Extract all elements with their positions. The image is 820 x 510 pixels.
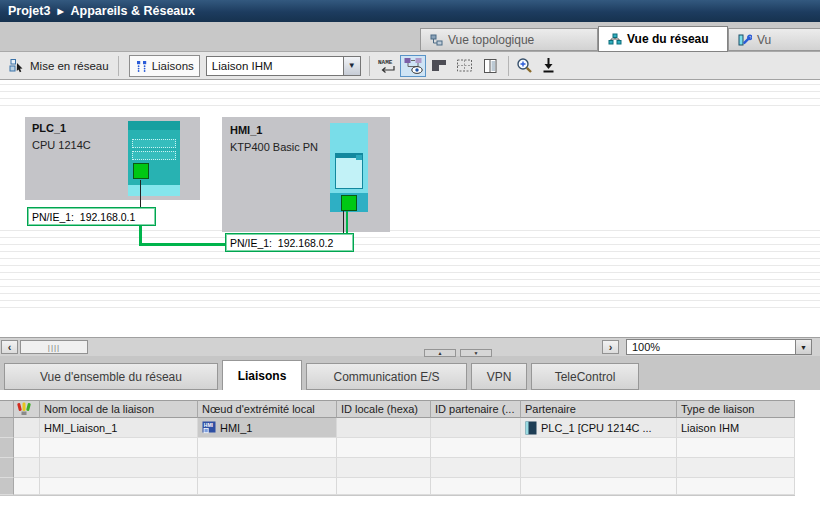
connections-icon xyxy=(135,60,148,72)
scroll-right-button[interactable]: › xyxy=(602,340,619,354)
page-columns-button[interactable] xyxy=(478,55,504,77)
empty-cell xyxy=(337,478,431,495)
cell-local-endpoint[interactable]: HMI HMI_1 xyxy=(198,418,337,438)
column-header[interactable]: Partenaire xyxy=(521,400,677,418)
tab-liaisons[interactable]: Liaisons xyxy=(222,360,302,390)
empty-cell xyxy=(198,458,337,478)
connect-mode-label: Mise en réseau xyxy=(30,60,109,72)
connection-line-horizontal[interactable] xyxy=(139,243,227,246)
tab-telecontrol[interactable]: TeleControl xyxy=(531,363,639,390)
table-row-empty[interactable] xyxy=(0,458,795,478)
network-toolbar: Mise en réseau Liaisons Liaison IHM ▼ NA… xyxy=(0,52,820,80)
tab-vue-du-reseau[interactable]: Vue du réseau xyxy=(598,26,728,52)
tab-communication-es[interactable]: Communication E/S xyxy=(306,363,467,390)
thumb-grip-icon: |||| xyxy=(48,343,60,352)
column-header[interactable]: ID partenaire (... xyxy=(431,400,521,418)
column-header[interactable]: Nom local de la liaison xyxy=(40,400,198,418)
breadcrumb-project[interactable]: Projet3 xyxy=(8,4,50,18)
row-gutter[interactable] xyxy=(0,438,14,458)
table-row-empty[interactable] xyxy=(0,478,795,495)
cell-partner-text: PLC_1 [CPU 1214C ... xyxy=(541,422,652,434)
plc-address-label[interactable]: PN/IE_1: 192.168.0.1 xyxy=(27,207,156,226)
header-connections-filter[interactable] xyxy=(14,400,40,418)
tab-label: Vue du réseau xyxy=(627,32,709,46)
device-view-icon xyxy=(738,33,752,47)
breadcrumb-arrow-icon: ▶ xyxy=(57,7,63,16)
connect-devices-icon xyxy=(9,58,26,74)
show-address-labels-button[interactable] xyxy=(400,55,426,77)
device-hmi1[interactable]: HMI_1 KTP400 Basic PN xyxy=(222,117,390,232)
hmi-ethernet-port[interactable] xyxy=(341,195,357,211)
chevron-down-icon[interactable]: ▼ xyxy=(795,340,811,354)
empty-cell xyxy=(677,438,795,458)
header-gutter xyxy=(0,400,14,418)
plc-ethernet-port[interactable] xyxy=(133,163,149,179)
empty-cell xyxy=(521,458,677,478)
cell-connection-name[interactable]: HMI_Liaison_1 xyxy=(40,418,198,438)
plc-device-image[interactable] xyxy=(128,121,180,185)
tab-vue-des-appareils[interactable]: Vu xyxy=(728,28,820,51)
empty-cell xyxy=(431,438,521,458)
row-gutter[interactable] xyxy=(0,478,14,495)
splitter-collapse-up-button[interactable]: ▲ xyxy=(424,349,456,357)
empty-cell xyxy=(14,438,40,458)
hmi-device-icon: HMI xyxy=(202,421,216,435)
table-header-row: Nom local de la liaison Nœud d'extrémité… xyxy=(0,400,795,418)
fit-to-view-icon[interactable] xyxy=(539,55,559,77)
breadcrumb-page-title: Appareils & Réseaux xyxy=(71,4,195,18)
tab-vue-topologique[interactable]: Vue topologique xyxy=(420,28,598,51)
toolbar-separator xyxy=(118,56,119,76)
svg-text:HMI: HMI xyxy=(204,422,214,428)
tab-label: TeleControl xyxy=(555,370,616,384)
plc-port-stub-line xyxy=(140,180,141,207)
cell-id-local[interactable] xyxy=(337,418,431,438)
connect-mode-button[interactable]: Mise en réseau xyxy=(4,55,114,77)
scroll-left-button[interactable]: ‹ xyxy=(1,340,18,354)
empty-cell xyxy=(521,438,677,458)
canvas-ruled-lines xyxy=(0,84,820,111)
table-row-hmi-liaison-1[interactable]: HMI_Liaison_1 HMI HMI_1 PLC_1 [CPU 1214C… xyxy=(0,418,795,438)
row-gutter[interactable] xyxy=(0,458,14,478)
column-header[interactable]: Type de liaison xyxy=(677,400,795,418)
relabel-name-button[interactable]: NAME xyxy=(374,55,400,77)
name-icon-text: NAME xyxy=(378,59,393,66)
empty-cell xyxy=(521,478,677,495)
network-canvas[interactable]: PLC_1 CPU 1214C HMI_1 KTP400 Basic PN xyxy=(0,80,820,337)
plc-terminal-row xyxy=(132,139,176,148)
tab-vpn[interactable]: VPN xyxy=(471,363,527,390)
scrollbar-thumb[interactable]: |||| xyxy=(20,340,88,354)
zoom-in-icon[interactable] xyxy=(513,55,539,77)
tab-label: Communication E/S xyxy=(333,370,439,384)
empty-cell xyxy=(337,458,431,478)
connections-toggle-button[interactable]: Liaisons xyxy=(129,55,200,77)
network-icon xyxy=(608,33,622,45)
chevron-down-icon[interactable]: ▼ xyxy=(343,57,360,75)
zoom-level-dropdown[interactable]: 100% ▼ xyxy=(626,339,812,355)
cell-partner[interactable]: PLC_1 [CPU 1214C ... xyxy=(521,418,677,438)
table-row-empty[interactable] xyxy=(0,438,795,458)
tab-label: Vu xyxy=(757,33,771,47)
device-model: CPU 1214C xyxy=(32,139,91,151)
cell-connection-type[interactable]: Liaison IHM xyxy=(677,418,795,438)
grid-overlay-button[interactable] xyxy=(452,55,478,77)
connections-panel: Nom local de la liaison Nœud d'extrémité… xyxy=(0,390,820,510)
down-arrow-icon: ▼ xyxy=(474,351,479,356)
tab-label: VPN xyxy=(487,370,512,384)
empty-cell xyxy=(40,438,198,458)
table-mode-button[interactable] xyxy=(426,55,452,77)
canvas-ruled-lines xyxy=(0,230,820,314)
splitter-collapse-down-button[interactable]: ▼ xyxy=(460,349,492,357)
hmi-address-label[interactable]: PN/IE_1: 192.168.0.2 xyxy=(225,233,354,252)
toolbar-separator xyxy=(369,56,370,76)
column-header[interactable]: ID locale (hexa) xyxy=(337,400,431,418)
hmi-connection-line[interactable] xyxy=(346,211,348,233)
connection-type-dropdown[interactable]: Liaison IHM ▼ xyxy=(206,56,361,76)
hmi-device-image[interactable] xyxy=(330,123,368,193)
tab-vue-densemble-du-reseau[interactable]: Vue d'ensemble du réseau xyxy=(4,363,218,390)
cell-id-partner[interactable] xyxy=(431,418,521,438)
scroll-right-icon: › xyxy=(609,342,613,353)
device-plc1[interactable]: PLC_1 CPU 1214C xyxy=(25,117,200,200)
breadcrumb: Projet3 ▶ Appareils & Réseaux xyxy=(0,0,820,22)
column-header[interactable]: Nœud d'extrémité local xyxy=(198,400,337,418)
row-gutter[interactable] xyxy=(0,418,14,438)
